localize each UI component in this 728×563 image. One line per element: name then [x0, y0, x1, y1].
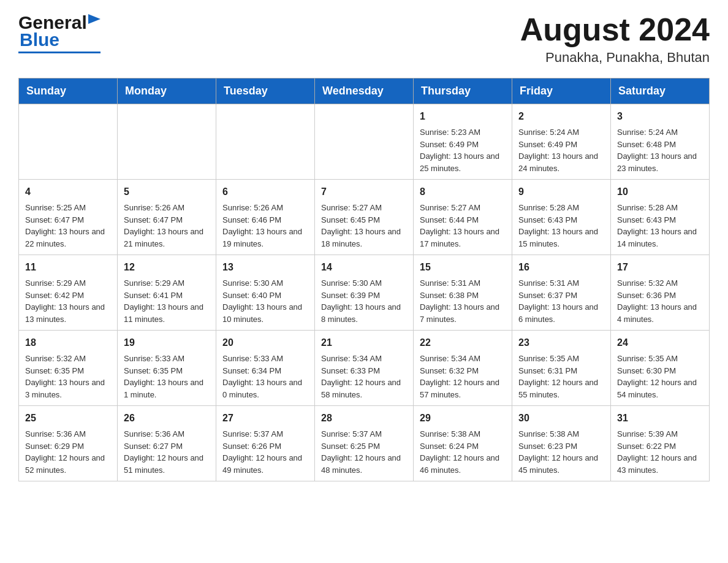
calendar-cell: 4Sunrise: 5:25 AMSunset: 6:47 PMDaylight… [19, 180, 118, 255]
calendar-cell: 26Sunrise: 5:36 AMSunset: 6:27 PMDayligh… [118, 406, 216, 481]
calendar-cell [19, 104, 118, 180]
day-sun-info: Sunrise: 5:38 AMSunset: 6:24 PMDaylight:… [420, 429, 499, 475]
month-year-title: August 2024 [520, 12, 710, 47]
calendar-cell: 25Sunrise: 5:36 AMSunset: 6:29 PMDayligh… [19, 406, 118, 481]
day-sun-info: Sunrise: 5:28 AMSunset: 6:43 PMDaylight:… [518, 203, 598, 248]
calendar-table: Sunday Monday Tuesday Wednesday Thursday… [18, 78, 710, 481]
day-sun-info: Sunrise: 5:27 AMSunset: 6:44 PMDaylight:… [420, 203, 499, 248]
day-number: 10 [617, 185, 703, 199]
day-number: 17 [617, 260, 703, 275]
day-number: 23 [518, 335, 604, 350]
calendar-cell: 10Sunrise: 5:28 AMSunset: 6:43 PMDayligh… [611, 180, 710, 255]
day-sun-info: Sunrise: 5:37 AMSunset: 6:25 PMDaylight:… [321, 429, 401, 475]
day-number: 28 [321, 411, 407, 426]
day-number: 7 [321, 185, 407, 199]
day-number: 13 [222, 260, 308, 275]
header-saturday: Saturday [611, 79, 710, 104]
day-number: 4 [25, 185, 111, 199]
day-sun-info: Sunrise: 5:23 AMSunset: 6:49 PMDaylight:… [420, 128, 499, 173]
logo-underline [18, 52, 100, 53]
calendar-cell: 6Sunrise: 5:26 AMSunset: 6:46 PMDaylight… [216, 180, 315, 255]
day-number: 21 [321, 335, 407, 350]
day-number: 1 [420, 109, 506, 124]
day-number: 9 [518, 185, 604, 199]
calendar-cell: 15Sunrise: 5:31 AMSunset: 6:38 PMDayligh… [414, 255, 512, 331]
day-number: 15 [420, 260, 506, 275]
calendar-cell: 24Sunrise: 5:35 AMSunset: 6:30 PMDayligh… [611, 331, 710, 406]
day-sun-info: Sunrise: 5:24 AMSunset: 6:49 PMDaylight:… [518, 128, 598, 173]
logo: General Blue [18, 12, 100, 53]
calendar-cell: 17Sunrise: 5:32 AMSunset: 6:36 PMDayligh… [611, 255, 710, 331]
day-sun-info: Sunrise: 5:35 AMSunset: 6:30 PMDaylight:… [617, 354, 697, 399]
day-sun-info: Sunrise: 5:34 AMSunset: 6:32 PMDaylight:… [420, 354, 499, 399]
day-sun-info: Sunrise: 5:36 AMSunset: 6:29 PMDaylight:… [25, 429, 105, 475]
calendar-cell [118, 104, 216, 180]
week-row-5: 25Sunrise: 5:36 AMSunset: 6:29 PMDayligh… [19, 406, 710, 481]
day-sun-info: Sunrise: 5:30 AMSunset: 6:39 PMDaylight:… [321, 278, 401, 324]
day-number: 8 [420, 185, 506, 199]
day-number: 12 [124, 260, 210, 275]
calendar-cell: 11Sunrise: 5:29 AMSunset: 6:42 PMDayligh… [19, 255, 118, 331]
day-number: 3 [617, 109, 703, 124]
day-sun-info: Sunrise: 5:36 AMSunset: 6:27 PMDaylight:… [124, 429, 203, 475]
calendar-cell: 18Sunrise: 5:32 AMSunset: 6:35 PMDayligh… [19, 331, 118, 406]
day-sun-info: Sunrise: 5:26 AMSunset: 6:46 PMDaylight:… [222, 203, 302, 248]
day-number: 5 [124, 185, 210, 199]
calendar-cell: 20Sunrise: 5:33 AMSunset: 6:34 PMDayligh… [216, 331, 315, 406]
day-number: 6 [222, 185, 308, 199]
calendar-cell [315, 104, 414, 180]
calendar-cell: 8Sunrise: 5:27 AMSunset: 6:44 PMDaylight… [414, 180, 512, 255]
calendar-cell: 14Sunrise: 5:30 AMSunset: 6:39 PMDayligh… [315, 255, 414, 331]
day-sun-info: Sunrise: 5:26 AMSunset: 6:47 PMDaylight:… [124, 203, 203, 248]
day-sun-info: Sunrise: 5:39 AMSunset: 6:22 PMDaylight:… [617, 429, 697, 475]
calendar-cell: 31Sunrise: 5:39 AMSunset: 6:22 PMDayligh… [611, 406, 710, 481]
week-row-3: 11Sunrise: 5:29 AMSunset: 6:42 PMDayligh… [19, 255, 710, 331]
day-number: 29 [420, 411, 506, 426]
day-sun-info: Sunrise: 5:33 AMSunset: 6:34 PMDaylight:… [222, 354, 302, 399]
day-sun-info: Sunrise: 5:29 AMSunset: 6:42 PMDaylight:… [25, 278, 105, 324]
calendar-cell: 5Sunrise: 5:26 AMSunset: 6:47 PMDaylight… [118, 180, 216, 255]
day-sun-info: Sunrise: 5:31 AMSunset: 6:38 PMDaylight:… [420, 278, 499, 324]
day-number: 25 [25, 411, 111, 426]
day-sun-info: Sunrise: 5:27 AMSunset: 6:45 PMDaylight:… [321, 203, 401, 248]
header-monday: Monday [118, 79, 216, 104]
calendar-title-area: August 2024 Punakha, Punakha, Bhutan [520, 12, 710, 66]
day-number: 20 [222, 335, 308, 350]
day-sun-info: Sunrise: 5:31 AMSunset: 6:37 PMDaylight:… [518, 278, 598, 324]
day-sun-info: Sunrise: 5:32 AMSunset: 6:35 PMDaylight:… [25, 354, 105, 399]
day-number: 11 [25, 260, 111, 275]
day-sun-info: Sunrise: 5:34 AMSunset: 6:33 PMDaylight:… [321, 354, 401, 399]
header-tuesday: Tuesday [216, 79, 315, 104]
header-wednesday: Wednesday [315, 79, 414, 104]
location-subtitle: Punakha, Punakha, Bhutan [520, 50, 710, 66]
calendar-cell: 28Sunrise: 5:37 AMSunset: 6:25 PMDayligh… [315, 406, 414, 481]
header-sunday: Sunday [19, 79, 118, 104]
calendar-cell: 7Sunrise: 5:27 AMSunset: 6:45 PMDaylight… [315, 180, 414, 255]
calendar-cell: 27Sunrise: 5:37 AMSunset: 6:26 PMDayligh… [216, 406, 315, 481]
logo-triangle-icon [88, 14, 100, 26]
day-sun-info: Sunrise: 5:37 AMSunset: 6:26 PMDaylight:… [222, 429, 302, 475]
calendar-cell: 2Sunrise: 5:24 AMSunset: 6:49 PMDaylight… [512, 104, 611, 180]
calendar-cell: 29Sunrise: 5:38 AMSunset: 6:24 PMDayligh… [414, 406, 512, 481]
day-number: 19 [124, 335, 210, 350]
day-number: 16 [518, 260, 604, 275]
calendar-cell: 3Sunrise: 5:24 AMSunset: 6:48 PMDaylight… [611, 104, 710, 180]
header-thursday: Thursday [414, 79, 512, 104]
calendar-cell: 21Sunrise: 5:34 AMSunset: 6:33 PMDayligh… [315, 331, 414, 406]
calendar-cell: 9Sunrise: 5:28 AMSunset: 6:43 PMDaylight… [512, 180, 611, 255]
day-number: 18 [25, 335, 111, 350]
calendar-cell: 19Sunrise: 5:33 AMSunset: 6:35 PMDayligh… [118, 331, 216, 406]
calendar-cell: 30Sunrise: 5:38 AMSunset: 6:23 PMDayligh… [512, 406, 611, 481]
week-row-2: 4Sunrise: 5:25 AMSunset: 6:47 PMDaylight… [19, 180, 710, 255]
day-sun-info: Sunrise: 5:24 AMSunset: 6:48 PMDaylight:… [617, 128, 697, 173]
calendar-cell: 22Sunrise: 5:34 AMSunset: 6:32 PMDayligh… [414, 331, 512, 406]
day-number: 27 [222, 411, 308, 426]
day-sun-info: Sunrise: 5:29 AMSunset: 6:41 PMDaylight:… [124, 278, 203, 324]
svg-marker-0 [88, 14, 100, 24]
day-number: 14 [321, 260, 407, 275]
page-header: General Blue August 2024 Punakha, Punakh… [18, 12, 710, 66]
day-number: 22 [420, 335, 506, 350]
day-sun-info: Sunrise: 5:28 AMSunset: 6:43 PMDaylight:… [617, 203, 697, 248]
day-number: 31 [617, 411, 703, 426]
week-row-1: 1Sunrise: 5:23 AMSunset: 6:49 PMDaylight… [19, 104, 710, 180]
